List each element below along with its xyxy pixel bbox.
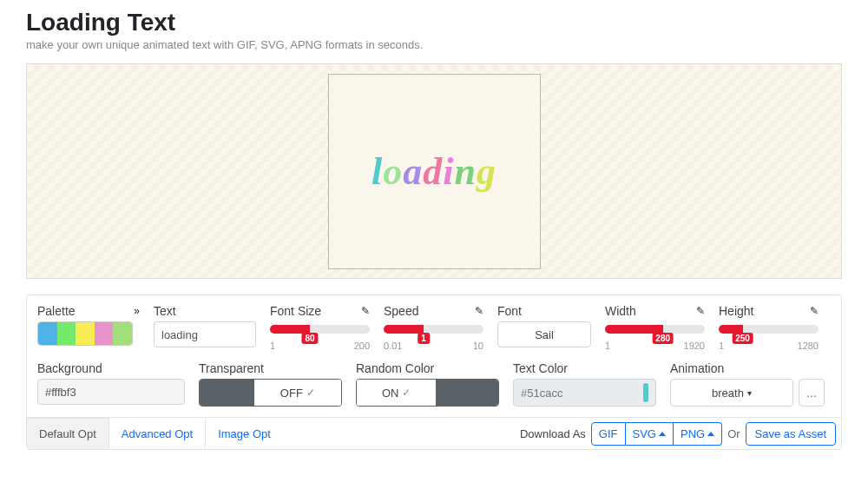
height-label: Height — [719, 304, 753, 318]
speed-slider[interactable]: 1 0.01 10 — [384, 321, 483, 351]
width-max: 1920 — [684, 341, 705, 351]
animation-select[interactable]: breath ▾ — [670, 379, 793, 407]
width-slider[interactable]: 280 1 1920 — [605, 321, 705, 351]
caret-up-icon — [659, 432, 666, 436]
palette-swatches[interactable] — [37, 321, 133, 346]
controls-panel: Palette » Text — [26, 294, 842, 450]
speed-value: 1 — [418, 333, 430, 344]
preview-letter: i — [443, 150, 454, 193]
animation-label: Animation — [670, 361, 724, 375]
caret-down-icon: ▾ — [747, 388, 752, 398]
fontsize-slider[interactable]: 80 1 200 — [270, 321, 370, 351]
font-label: Font — [497, 304, 522, 318]
textcolor-input[interactable]: #51cacc — [513, 379, 656, 407]
preview-letter: a — [403, 150, 423, 193]
pencil-icon[interactable]: ✎ — [475, 305, 483, 317]
tab-default-opt[interactable]: Default Opt — [27, 418, 109, 449]
or-label: Or — [727, 427, 740, 440]
preview-letter: l — [372, 150, 383, 193]
transparent-label: Transparent — [199, 361, 264, 375]
palette-swatch[interactable] — [76, 322, 95, 345]
pencil-icon[interactable]: ✎ — [361, 305, 370, 317]
speed-min: 0.01 — [384, 341, 402, 351]
preview-canvas: loading — [328, 74, 541, 269]
check-icon: ✓ — [402, 387, 411, 399]
palette-label: Palette — [37, 304, 76, 318]
preview-letter: g — [477, 150, 496, 193]
download-as-label: Download As — [520, 427, 586, 440]
text-input[interactable] — [154, 321, 256, 347]
fontsize-max: 200 — [354, 341, 370, 351]
textcolor-value: #51cacc — [521, 387, 562, 400]
save-as-asset-button[interactable]: Save as Asset — [746, 422, 836, 446]
background-input[interactable] — [37, 379, 185, 405]
textcolor-label: Text Color — [513, 361, 568, 375]
palette-swatch[interactable] — [57, 322, 76, 345]
pencil-icon[interactable]: ✎ — [696, 305, 705, 317]
speed-max: 10 — [473, 341, 483, 351]
page-subtitle: make your own unique animated text with … — [26, 38, 842, 51]
height-min: 1 — [719, 341, 724, 351]
transparent-toggle[interactable]: OFF✓ — [199, 379, 342, 407]
fontsize-min: 1 — [270, 341, 275, 351]
download-png-button[interactable]: PNG — [674, 422, 722, 446]
caret-up-icon — [707, 432, 714, 436]
font-select[interactable]: Sail — [497, 321, 591, 347]
text-label: Text — [154, 304, 176, 318]
textcolor-chip — [643, 383, 648, 402]
height-max: 1280 — [798, 341, 819, 351]
width-label: Width — [605, 304, 636, 318]
preview-area: loading — [26, 63, 842, 279]
preview-letter: o — [383, 150, 403, 193]
background-label: Background — [37, 361, 102, 375]
width-min: 1 — [605, 341, 610, 351]
randomcolor-toggle[interactable]: ON✓ — [356, 379, 499, 407]
transparent-value: OFF — [280, 387, 303, 400]
check-icon: ✓ — [306, 387, 315, 399]
fontsize-label: Font Size — [270, 304, 321, 318]
fontsize-value: 80 — [301, 333, 318, 344]
animation-value: breath — [712, 387, 744, 400]
preview-letter: d — [423, 150, 443, 193]
palette-swatch[interactable] — [38, 322, 57, 345]
animation-more-button[interactable]: ... — [799, 379, 825, 407]
palette-expand-icon[interactable]: » — [134, 305, 140, 317]
tab-image-opt[interactable]: Image Opt — [206, 419, 283, 449]
download-svg-button[interactable]: SVG — [626, 422, 674, 446]
palette-swatch[interactable] — [113, 322, 132, 345]
pencil-icon[interactable]: ✎ — [810, 305, 819, 317]
page-title: Loading Text — [26, 9, 842, 36]
speed-label: Speed — [384, 304, 418, 318]
randomcolor-value: ON — [382, 387, 399, 400]
randomcolor-label: Random Color — [356, 361, 434, 375]
download-gif-button[interactable]: GIF — [591, 422, 626, 446]
palette-swatch[interactable] — [95, 322, 114, 345]
width-value: 280 — [652, 333, 674, 344]
height-slider[interactable]: 250 1 1280 — [719, 321, 819, 351]
preview-text: loading — [372, 149, 496, 194]
tab-advanced-opt[interactable]: Advanced Opt — [109, 419, 206, 449]
preview-letter: n — [454, 150, 476, 193]
height-value: 250 — [732, 333, 753, 344]
